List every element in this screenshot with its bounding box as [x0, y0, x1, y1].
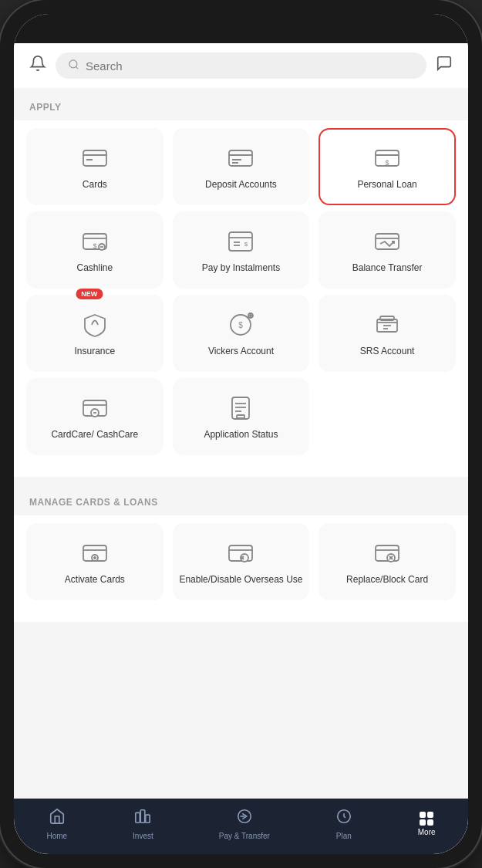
grid-item-activate-cards[interactable]: Activate Cards — [26, 523, 163, 600]
svg-rect-43 — [237, 415, 244, 418]
grid-item-personal-loan[interactable]: $ Personal Loan — [319, 128, 456, 205]
nav-home[interactable]: Home — [37, 805, 76, 843]
pay-by-instalments-icon: $ — [224, 228, 258, 255]
nav-invest[interactable]: Invest — [123, 805, 163, 843]
grid-item-cardcare[interactable]: CardCare/ CashCare — [26, 378, 163, 455]
application-status-icon — [224, 395, 258, 421]
notch — [195, 22, 288, 40]
phone-frame: APPLY Cards — [0, 0, 482, 868]
notch-area — [14, 14, 468, 43]
srs-account-icon — [370, 312, 404, 338]
search-input[interactable] — [86, 59, 414, 73]
svg-text:$: $ — [386, 159, 389, 167]
insurance-icon — [78, 312, 112, 338]
overseas-label: Enable/Disable Overseas Use — [179, 574, 302, 586]
cards-icon — [78, 145, 112, 171]
invest-label: Invest — [133, 832, 153, 840]
apply-row-2: $ Cashline — [26, 211, 456, 289]
svg-line-1 — [76, 66, 78, 69]
grid-item-pay-by-instalments[interactable]: $ Pay by Instalments — [173, 211, 310, 289]
nav-pay-transfer[interactable]: Pay & Transfer — [210, 805, 279, 843]
cards-label: Cards — [83, 179, 107, 191]
phone-screen: APPLY Cards — [14, 14, 468, 854]
svg-text:$: $ — [244, 241, 248, 248]
svg-rect-5 — [229, 150, 252, 166]
manage-row-1: Activate Cards Enable/Dis — [26, 523, 456, 600]
svg-rect-60 — [141, 810, 146, 823]
balance-transfer-icon — [370, 228, 404, 255]
grid-item-insurance[interactable]: NEW Insurance — [26, 295, 163, 372]
svg-rect-2 — [83, 150, 106, 166]
pay-transfer-icon — [236, 808, 253, 829]
search-icon — [68, 59, 79, 73]
invest-icon — [134, 808, 151, 829]
svg-rect-22 — [376, 234, 399, 249]
deposit-accounts-icon — [224, 145, 258, 171]
personal-loan-label: Personal Loan — [357, 179, 416, 191]
svg-text:$: $ — [93, 242, 96, 250]
pay-transfer-label: Pay & Transfer — [219, 832, 270, 840]
grid-item-cashline[interactable]: $ Cashline — [26, 211, 163, 289]
grid-item-cards[interactable]: Cards — [26, 128, 163, 205]
replace-block-label: Replace/Block Card — [346, 574, 428, 586]
header — [14, 43, 468, 88]
grid-item-deposit-accounts[interactable]: Deposit Accounts — [173, 128, 310, 205]
more-icon — [420, 812, 433, 826]
balance-transfer-label: Balance Transfer — [352, 262, 423, 275]
apply-row-4: CardCare/ CashCare Applic — [26, 378, 456, 455]
personal-loan-icon: $ — [370, 145, 404, 171]
home-label: Home — [46, 832, 67, 840]
cardcare-icon — [78, 395, 112, 421]
bottom-nav: Home Invest — [14, 799, 468, 854]
overseas-icon — [224, 540, 258, 566]
apply-row-1: Cards Deposit Accounts — [26, 128, 456, 205]
cashline-label: Cashline — [76, 262, 113, 275]
svg-rect-59 — [136, 812, 140, 822]
main-scroll: APPLY Cards — [14, 88, 468, 799]
deposit-accounts-label: Deposit Accounts — [205, 179, 277, 191]
apply-grid: Cards Deposit Accounts — [14, 120, 468, 477]
vickers-account-icon: $ — [224, 312, 258, 338]
srs-account-label: SRS Account — [360, 346, 415, 358]
grid-item-replace-block[interactable]: Replace/Block Card — [319, 523, 456, 600]
grid-item-overseas[interactable]: Enable/Disable Overseas Use — [173, 523, 310, 600]
new-badge: NEW — [76, 289, 103, 299]
svg-point-0 — [69, 60, 77, 68]
pay-by-instalments-label: Pay by Instalments — [202, 262, 280, 275]
nav-plan[interactable]: Plan — [326, 805, 362, 843]
cardcare-label: CardCare/ CashCare — [51, 429, 138, 441]
plan-icon — [335, 808, 352, 829]
vickers-account-label: Vickers Account — [208, 346, 274, 358]
activate-cards-icon — [78, 540, 112, 566]
manage-grid: Activate Cards Enable/Dis — [14, 515, 468, 622]
chat-icon[interactable] — [436, 55, 453, 76]
bell-icon[interactable] — [29, 55, 46, 76]
nav-more[interactable]: More — [409, 809, 445, 839]
section-divider — [14, 477, 468, 483]
svg-text:$: $ — [239, 321, 244, 329]
more-label: More — [418, 828, 436, 836]
insurance-label: Insurance — [74, 346, 115, 358]
grid-item-application-status[interactable]: Application Status — [173, 378, 310, 455]
grid-item-srs-account[interactable]: SRS Account — [319, 295, 456, 372]
home-icon — [49, 808, 66, 829]
plan-label: Plan — [336, 832, 352, 840]
application-status-label: Application Status — [204, 429, 278, 441]
grid-item-vickers-account[interactable]: $ Vickers Account — [173, 295, 310, 372]
svg-rect-17 — [229, 232, 252, 251]
apply-section-label: APPLY — [14, 88, 468, 120]
svg-rect-32 — [380, 316, 394, 320]
svg-rect-61 — [146, 815, 150, 822]
replace-block-icon — [370, 540, 404, 566]
cashline-icon: $ — [78, 228, 112, 255]
manage-section-label: MANAGE CARDS & LOANS — [14, 483, 468, 515]
search-bar[interactable] — [56, 52, 426, 79]
grid-item-balance-transfer[interactable]: Balance Transfer — [319, 211, 456, 289]
apply-row-3: NEW Insurance $ — [26, 295, 456, 372]
activate-cards-label: Activate Cards — [65, 574, 125, 586]
